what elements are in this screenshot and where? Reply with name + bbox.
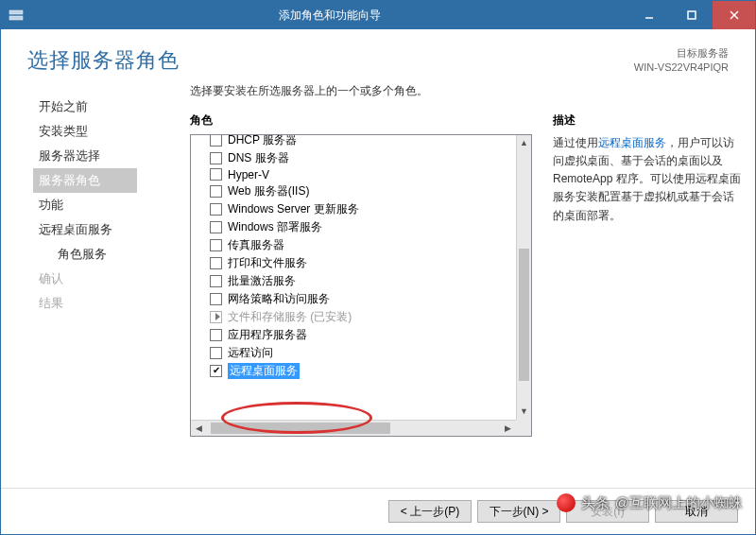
roles-header: 角色 [190, 112, 532, 129]
close-button[interactable] [713, 1, 755, 29]
scroll-up-icon[interactable]: ▲ [517, 135, 531, 151]
role-label: DHCP 服务器 [228, 134, 297, 148]
scroll-thumb-horizontal[interactable] [211, 423, 390, 434]
content-area: 选择服务器角色 目标服务器 WIN-VS22VR4PIQR 开始之前安装类型服务… [1, 29, 755, 534]
role-row[interactable]: 打印和文件服务 [210, 254, 510, 272]
wizard-step-5[interactable]: 远程桌面服务 [39, 217, 190, 242]
center-panel: 选择要安装在所选服务器上的一个或多个角色。 角色 Active Director… [190, 83, 755, 488]
role-row[interactable]: 远程访问 [210, 344, 510, 362]
columns: 角色 Active Directory 证书服务DHCP 服务器DNS 服务器H… [190, 112, 742, 437]
roles-column: 角色 Active Directory 证书服务DHCP 服务器DNS 服务器H… [190, 112, 532, 437]
role-label: 远程访问 [228, 345, 273, 361]
role-row[interactable]: 传真服务器 [210, 236, 510, 254]
page-title: 选择服务器角色 [27, 46, 634, 75]
role-label: Windows Server 更新服务 [228, 201, 359, 217]
window-title: 添加角色和功能向导 [31, 1, 627, 29]
wizard-step-7: 确认 [39, 267, 190, 291]
titlebar: 添加角色和功能向导 [1, 1, 755, 29]
vertical-scrollbar[interactable]: ▲ ▼ [516, 135, 531, 420]
role-checkbox[interactable] [210, 152, 222, 164]
role-label: Web 服务器(IIS) [228, 183, 309, 199]
role-row[interactable]: Web 服务器(IIS) [210, 182, 510, 200]
role-label: Windows 部署服务 [228, 219, 322, 235]
wizard-steps-sidebar: 开始之前安装类型服务器选择服务器角色功能远程桌面服务角色服务确认结果 [1, 83, 190, 488]
role-label: Hyper-V [228, 168, 269, 181]
role-label: 批量激活服务 [228, 273, 296, 289]
role-checkbox[interactable] [210, 347, 222, 359]
minimize-button[interactable] [627, 1, 670, 29]
role-row[interactable]: 网络策略和访问服务 [210, 290, 510, 308]
wizard-step-3[interactable]: 服务器角色 [33, 168, 137, 193]
role-checkbox[interactable] [210, 134, 222, 147]
target-server-info: 目标服务器 WIN-VS22VR4PIQR [634, 46, 729, 76]
install-button[interactable]: 安装(I) [566, 500, 649, 523]
description-column: 描述 通过使用远程桌面服务，用户可以访问虚拟桌面、基于会话的桌面以及 Remot… [553, 112, 742, 437]
scroll-down-icon[interactable]: ▼ [517, 404, 531, 420]
role-checkbox[interactable] [210, 185, 222, 198]
role-row[interactable]: Hyper-V [210, 167, 510, 182]
wizard-step-2[interactable]: 服务器选择 [39, 144, 190, 168]
main-body: 开始之前安装类型服务器选择服务器角色功能远程桌面服务角色服务确认结果 选择要安装… [1, 83, 755, 488]
window-buttons [627, 1, 755, 29]
role-label: 应用程序服务器 [228, 327, 307, 343]
scroll-right-icon[interactable]: ▶ [500, 423, 516, 433]
desc-prefix: 通过使用 [553, 136, 598, 149]
role-checkbox[interactable] [210, 329, 222, 341]
role-row[interactable]: 文件和存储服务 (已安装) [210, 308, 510, 326]
svg-rect-3 [688, 11, 696, 19]
role-row[interactable]: 应用程序服务器 [210, 326, 510, 344]
role-row[interactable]: 远程桌面服务 [210, 362, 510, 380]
wizard-footer: < 上一步(P) 下一步(N) > 安装(I) 取消 [1, 488, 755, 534]
target-server-name: WIN-VS22VR4PIQR [634, 60, 729, 75]
role-label: DNS 服务器 [228, 150, 289, 166]
wizard-step-4[interactable]: 功能 [39, 193, 190, 217]
roles-list-inner: Active Directory 证书服务DHCP 服务器DNS 服务器Hype… [191, 134, 516, 384]
horizontal-scrollbar[interactable]: ◀ ▶ [191, 420, 516, 436]
next-button[interactable]: 下一步(N) > [477, 500, 560, 523]
svg-rect-1 [9, 16, 23, 20]
maximize-button[interactable] [670, 1, 713, 29]
role-row[interactable]: 批量激活服务 [210, 272, 510, 290]
role-checkbox[interactable] [210, 293, 222, 305]
target-server-label: 目标服务器 [634, 46, 729, 60]
svg-rect-0 [9, 10, 23, 14]
hscroll-track[interactable] [207, 421, 500, 436]
server-manager-icon [1, 1, 31, 29]
role-checkbox[interactable] [210, 203, 222, 216]
role-label: 文件和存储服务 (已安装) [228, 309, 352, 325]
desc-link[interactable]: 远程桌面服务 [598, 136, 666, 149]
role-checkbox[interactable] [210, 365, 222, 377]
wizard-step-6[interactable]: 角色服务 [39, 242, 190, 267]
instruction-text: 选择要安装在所选服务器上的一个或多个角色。 [190, 83, 742, 112]
role-checkbox[interactable] [210, 221, 222, 233]
wizard-step-1[interactable]: 安装类型 [39, 119, 190, 144]
role-checkbox[interactable] [210, 168, 222, 181]
expand-triangle-icon[interactable] [215, 313, 220, 320]
role-row[interactable]: Windows 部署服务 [210, 218, 510, 236]
role-label: 打印和文件服务 [228, 255, 307, 271]
role-checkbox[interactable] [210, 257, 222, 269]
cancel-button[interactable]: 取消 [655, 500, 738, 523]
wizard-window: 添加角色和功能向导 选择服务器角色 目标服务器 WIN-VS22VR4PIQR … [0, 0, 756, 535]
role-checkbox[interactable] [210, 239, 222, 251]
roles-listbox[interactable]: Active Directory 证书服务DHCP 服务器DNS 服务器Hype… [190, 134, 532, 437]
previous-button[interactable]: < 上一步(P) [388, 500, 472, 523]
role-row[interactable]: DNS 服务器 [210, 149, 510, 167]
description-text: 通过使用远程桌面服务，用户可以访问虚拟桌面、基于会话的桌面以及 RemoteAp… [553, 134, 742, 225]
wizard-step-8: 结果 [39, 291, 190, 316]
role-row[interactable]: DHCP 服务器 [210, 134, 510, 149]
role-label: 网络策略和访问服务 [228, 291, 330, 307]
wizard-step-0[interactable]: 开始之前 [39, 95, 190, 119]
scrollbar-corner [516, 420, 531, 436]
header-row: 选择服务器角色 目标服务器 WIN-VS22VR4PIQR [1, 29, 755, 83]
role-label: 远程桌面服务 [228, 363, 300, 379]
scroll-left-icon[interactable]: ◀ [191, 423, 207, 433]
scroll-thumb-vertical[interactable] [519, 249, 529, 381]
role-checkbox[interactable] [210, 275, 222, 287]
description-header: 描述 [553, 112, 742, 129]
role-label: 传真服务器 [228, 237, 284, 253]
role-row[interactable]: Windows Server 更新服务 [210, 200, 510, 218]
